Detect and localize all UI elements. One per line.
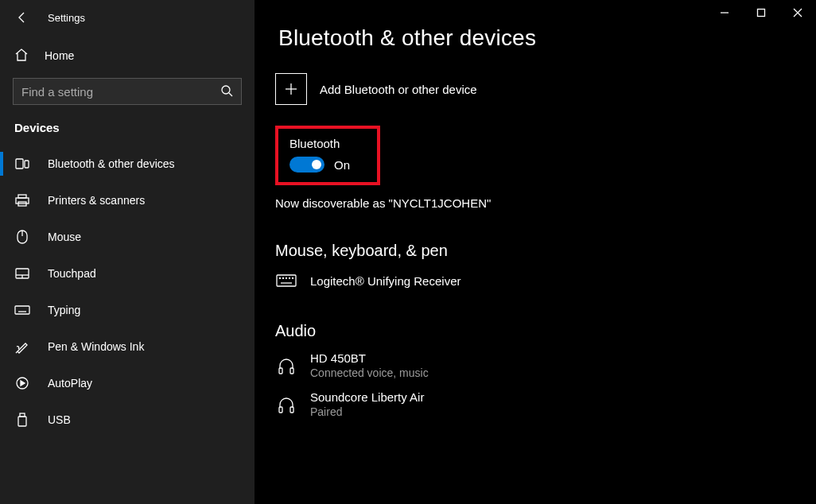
keyboard-icon [14,302,30,318]
svg-rect-36 [279,407,282,413]
device-hd450bt[interactable]: HD 450BT Connected voice, music [275,351,816,379]
usb-icon [14,412,30,428]
sidebar-item-label: Mouse [48,231,81,243]
sidebar-item-touchpad[interactable]: Touchpad [0,255,255,292]
device-name: HD 450BT [310,351,429,365]
sidebar-item-label: Touchpad [48,267,96,280]
svg-point-28 [280,278,281,279]
headphones-icon [275,356,297,375]
minimize-icon [720,8,729,17]
minimize-button[interactable] [706,0,743,25]
svg-point-29 [283,278,284,279]
pen-icon [14,339,30,355]
search-input[interactable] [21,85,220,99]
mouse-icon [14,229,30,245]
keyboard-device-icon [275,271,297,290]
sidebar-item-label: USB [48,413,71,426]
device-name: Soundcore Liberty Air [310,390,424,404]
svg-rect-11 [15,306,29,314]
page-title: Bluetooth & other devices [277,25,816,51]
printer-icon [14,192,30,208]
maximize-button[interactable] [743,0,779,25]
maximize-icon [756,8,766,17]
toggle-knob [312,160,321,169]
app-title: Settings [48,12,85,24]
svg-point-30 [286,278,287,279]
close-button[interactable] [779,0,816,25]
sidebar-item-label: Bluetooth & other devices [48,157,175,170]
device-soundcore[interactable]: Soundcore Liberty Air Paired [275,390,816,418]
sidebar-item-label: Printers & scanners [48,194,145,207]
svg-point-32 [293,278,293,279]
sidebar-item-autoplay[interactable]: AutoPlay [0,365,255,401]
add-icon-tile [275,73,307,105]
bluetooth-toggle[interactable] [289,157,324,173]
home-nav[interactable]: Home [0,40,255,72]
sidebar-item-pen[interactable]: Pen & Windows Ink [0,328,255,365]
add-device-label: Add Bluetooth or other device [320,83,477,96]
touchpad-icon [14,266,30,281]
close-icon [793,8,802,17]
sidebar-item-label: Typing [48,304,80,316]
sidebar-item-label: Pen & Windows Ink [48,340,144,353]
home-icon [14,48,30,64]
mouse-keyboard-header: Mouse, keyboard, & pen [275,242,816,260]
svg-rect-34 [279,368,282,374]
device-unifying-receiver[interactable]: Logitech® Unifying Receiver [275,271,816,290]
search-box[interactable] [13,78,242,105]
autoplay-icon [14,375,30,391]
svg-rect-2 [25,161,29,168]
sidebar-item-label: AutoPlay [48,377,92,390]
discoverable-text: Now discoverable as "NYCLT1JCOHEN" [275,196,816,210]
back-button[interactable] [14,10,30,25]
sidebar-item-typing[interactable]: Typing [0,292,255,328]
svg-point-0 [222,86,230,94]
search-icon [220,84,233,99]
svg-rect-22 [758,10,765,17]
svg-rect-35 [290,368,293,374]
svg-rect-1 [16,159,23,169]
svg-rect-37 [290,407,293,413]
sidebar-item-usb[interactable]: USB [0,401,255,438]
sidebar-item-bluetooth[interactable]: Bluetooth & other devices [0,145,255,182]
device-status: Connected voice, music [310,366,429,379]
bluetooth-label: Bluetooth [289,137,353,150]
section-header: Devices [0,114,255,145]
audio-header: Audio [275,322,816,340]
toggle-state: On [334,158,350,172]
sidebar-item-printers[interactable]: Printers & scanners [0,182,255,219]
bluetooth-highlight: Bluetooth On [275,126,380,185]
home-label: Home [45,49,74,62]
svg-rect-20 [18,417,26,426]
arrow-left-icon [16,11,29,24]
device-name: Logitech® Unifying Receiver [310,274,460,288]
devices-icon [14,156,30,172]
sidebar-item-mouse[interactable]: Mouse [0,219,255,255]
device-status: Paired [310,405,424,418]
svg-rect-27 [277,275,296,286]
headphones-icon [275,395,297,414]
plus-icon [284,82,298,96]
svg-point-31 [289,278,290,279]
add-device-row[interactable]: Add Bluetooth or other device [275,73,816,105]
